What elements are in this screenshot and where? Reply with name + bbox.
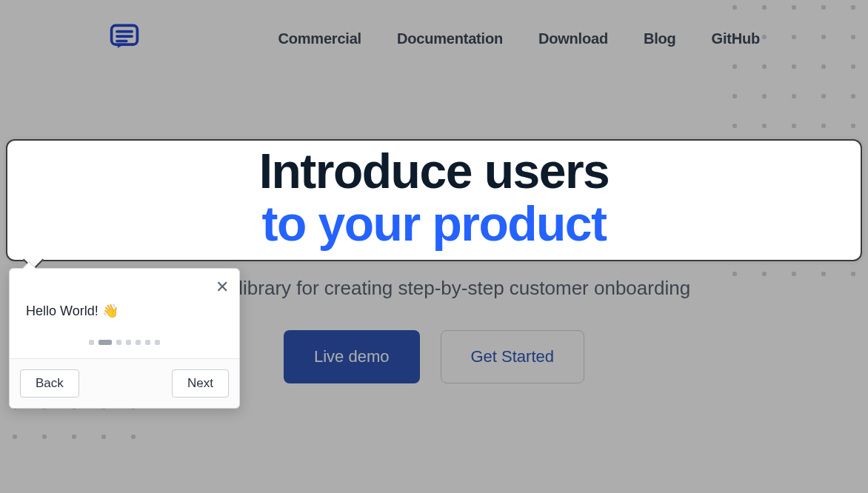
step-dot-active	[99, 340, 112, 345]
tooltip-text: Hello World! 👋	[10, 269, 239, 332]
nav-github[interactable]: GitHub	[712, 30, 760, 47]
tour-tooltip: ✕ Hello World! 👋 Back Next	[9, 268, 240, 409]
close-icon[interactable]: ✕	[216, 279, 229, 295]
step-dot	[116, 340, 121, 345]
nav-blog[interactable]: Blog	[644, 30, 676, 47]
tooltip-footer: Back Next	[10, 358, 239, 408]
live-demo-button[interactable]: Live demo	[284, 330, 420, 383]
step-indicator	[10, 332, 239, 358]
step-dot	[89, 340, 94, 345]
tour-highlight-hero: Introduce users to your product	[6, 139, 862, 261]
logo-icon[interactable]	[108, 21, 141, 56]
step-dot	[136, 340, 141, 345]
step-dot	[145, 340, 150, 345]
nav-links: Commercial Documentation Download Blog G…	[278, 30, 760, 47]
nav-documentation[interactable]: Documentation	[397, 30, 503, 47]
step-dot	[155, 340, 160, 345]
step-dot	[126, 340, 131, 345]
back-button[interactable]: Back	[20, 369, 79, 398]
nav-download[interactable]: Download	[538, 30, 608, 47]
nav-commercial[interactable]: Commercial	[278, 30, 361, 47]
hero-title-line1: Introduce users	[259, 144, 610, 198]
get-started-button[interactable]: Get Started	[441, 330, 585, 383]
top-nav: Commercial Documentation Download Blog G…	[79, 0, 789, 64]
hero-title-line2: to your product	[261, 196, 606, 251]
next-button[interactable]: Next	[172, 369, 229, 398]
